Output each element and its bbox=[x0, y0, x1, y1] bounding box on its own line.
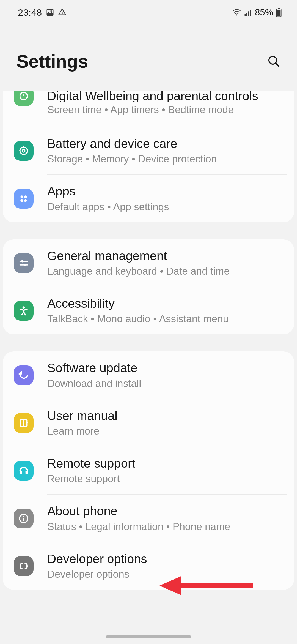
svg-rect-4 bbox=[244, 14, 246, 16]
svg-rect-10 bbox=[277, 10, 281, 16]
battery-icon bbox=[276, 8, 282, 17]
svg-line-12 bbox=[276, 63, 279, 66]
svg-point-24 bbox=[23, 306, 25, 309]
image-icon bbox=[46, 8, 54, 17]
status-time: 23:48 bbox=[18, 7, 42, 18]
svg-point-1 bbox=[50, 10, 52, 12]
settings-row-about-phone[interactable]: About phone Status • Legal information •… bbox=[3, 495, 294, 542]
svg-rect-9 bbox=[278, 8, 280, 9]
apps-icon bbox=[14, 189, 34, 209]
about-phone-icon bbox=[14, 509, 34, 528]
row-subtitle: Storage • Memory • Device protection bbox=[47, 152, 285, 166]
row-subtitle: Remote support bbox=[47, 472, 285, 485]
row-text: Digital Wellbeing and parental controls … bbox=[47, 91, 285, 116]
developer-options-icon bbox=[14, 556, 34, 576]
annotation-arrow bbox=[160, 575, 253, 597]
header: Settings bbox=[0, 25, 297, 91]
status-left: 23:48 bbox=[18, 7, 66, 18]
row-text: About phone Status • Legal information •… bbox=[47, 503, 285, 533]
row-text: User manual Learn more bbox=[47, 408, 285, 438]
row-text: Software update Download and install bbox=[47, 360, 285, 390]
svg-point-17 bbox=[24, 195, 27, 198]
row-subtitle: Default apps • App settings bbox=[47, 200, 285, 214]
general-management-icon bbox=[14, 253, 34, 273]
svg-rect-5 bbox=[246, 13, 248, 16]
page-title: Settings bbox=[16, 51, 88, 72]
settings-row-remote-support[interactable]: Remote support Remote support bbox=[3, 447, 294, 494]
svg-point-15 bbox=[22, 149, 25, 152]
settings-row-user-manual[interactable]: ? User manual Learn more bbox=[3, 399, 294, 447]
user-manual-icon: ? bbox=[14, 413, 34, 433]
drive-icon bbox=[58, 8, 66, 17]
status-bar: 23:48 85% bbox=[0, 0, 297, 25]
svg-rect-6 bbox=[248, 11, 249, 16]
row-title: Digital Wellbeing and parental controls bbox=[47, 91, 258, 102]
settings-group: General management Language and keyboard… bbox=[3, 239, 294, 335]
settings-row-digital-wellbeing[interactable]: Digital Wellbeing and parental controls … bbox=[3, 91, 294, 127]
battery-care-icon bbox=[14, 141, 34, 161]
row-title: About phone bbox=[47, 503, 285, 519]
row-text: Battery and device care Storage • Memory… bbox=[47, 136, 285, 166]
row-title: General management bbox=[47, 248, 285, 264]
row-text: Remote support Remote support bbox=[47, 456, 285, 485]
status-right: 85% bbox=[232, 7, 282, 18]
svg-point-14 bbox=[20, 147, 28, 155]
signal-icon bbox=[244, 9, 252, 16]
svg-point-18 bbox=[20, 199, 23, 202]
accessibility-icon bbox=[14, 301, 34, 321]
svg-point-23 bbox=[24, 264, 26, 266]
software-update-icon bbox=[14, 365, 34, 385]
row-subtitle: Learn more bbox=[47, 425, 285, 438]
row-title: Developer options bbox=[47, 551, 285, 567]
svg-point-21 bbox=[21, 260, 23, 262]
remote-support-icon bbox=[14, 461, 34, 481]
settings-row-apps[interactable]: Apps Default apps • App settings bbox=[3, 175, 294, 222]
svg-rect-7 bbox=[250, 10, 251, 16]
settings-row-battery-care[interactable]: Battery and device care Storage • Memory… bbox=[3, 127, 294, 174]
svg-rect-28 bbox=[20, 471, 22, 474]
row-text: Accessibility TalkBack • Mono audio • As… bbox=[47, 296, 285, 326]
row-subtitle: TalkBack • Mono audio • Assistant menu bbox=[47, 312, 285, 326]
row-subtitle: Language and keyboard • Date and time bbox=[47, 265, 285, 278]
svg-rect-32 bbox=[23, 518, 24, 521]
svg-point-31 bbox=[23, 516, 24, 517]
row-title: User manual bbox=[47, 408, 285, 424]
svg-point-3 bbox=[236, 14, 237, 15]
row-title: Software update bbox=[47, 360, 285, 376]
svg-point-16 bbox=[20, 195, 23, 198]
row-subtitle: Status • Legal information • Phone name bbox=[47, 520, 285, 533]
wifi-icon bbox=[232, 9, 241, 16]
row-title: Accessibility bbox=[47, 296, 285, 311]
row-text: Apps Default apps • App settings bbox=[47, 184, 285, 213]
wellbeing-icon bbox=[14, 91, 34, 106]
svg-text:?: ? bbox=[25, 421, 28, 425]
nav-handle[interactable] bbox=[106, 635, 191, 638]
battery-percent: 85% bbox=[255, 7, 273, 18]
row-title: Apps bbox=[47, 184, 285, 199]
svg-point-2 bbox=[61, 12, 63, 14]
svg-point-19 bbox=[24, 199, 27, 202]
settings-group: Software update Download and install ? U… bbox=[3, 351, 294, 590]
row-subtitle: Screen time • App timers • Bedtime mode bbox=[47, 103, 285, 116]
row-subtitle: Download and install bbox=[47, 377, 285, 390]
settings-row-software-update[interactable]: Software update Download and install bbox=[3, 351, 294, 399]
settings-row-accessibility[interactable]: Accessibility TalkBack • Mono audio • As… bbox=[3, 287, 294, 334]
row-title: Remote support bbox=[47, 456, 285, 471]
settings-row-general-management[interactable]: General management Language and keyboard… bbox=[3, 239, 294, 287]
search-button[interactable] bbox=[267, 55, 280, 68]
row-title: Battery and device care bbox=[47, 136, 285, 151]
settings-group: Digital Wellbeing and parental controls … bbox=[3, 91, 294, 222]
row-text: General management Language and keyboard… bbox=[47, 248, 285, 278]
svg-rect-29 bbox=[26, 471, 28, 474]
